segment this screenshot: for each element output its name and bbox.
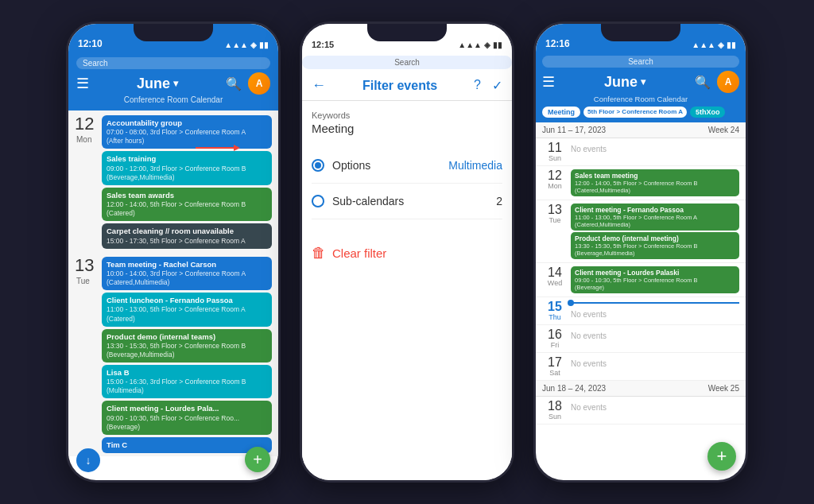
event-sales-awards[interactable]: Sales team awards 12:00 - 14:00, 5th Flo… xyxy=(102,188,272,221)
week-num-1: Week 24 xyxy=(708,126,739,134)
wday-left-12: 12 Mon xyxy=(542,169,568,196)
phone1-content: Search ☰ June ▾ 🔍 A Conference Room Cale… xyxy=(68,52,278,480)
cal-list-1[interactable]: 12 Mon Accountability group 07:00 - 08:0… xyxy=(68,110,278,480)
battery-icon-3: ▮▮ xyxy=(727,41,736,49)
red-arrow xyxy=(196,147,238,149)
filter-row-subcalendars: Sub-calendars 2 xyxy=(312,184,502,219)
week-event-sales-meeting[interactable]: Sales team meeting 12:00 - 14:00, 5th Fl… xyxy=(571,169,739,196)
signal-icon-3: ▲▲▲ xyxy=(692,41,715,49)
scroll-fab-1[interactable]: ↓ xyxy=(76,448,100,472)
back-button[interactable]: ← xyxy=(312,77,326,94)
week-day-15: 15 Thu No events xyxy=(536,297,746,325)
notch2 xyxy=(367,24,447,41)
wifi-icon: ◈ xyxy=(250,41,257,49)
wday-left-14: 14 Wed xyxy=(542,266,568,293)
event-team-meeting[interactable]: Team meeting - Rachel Carson 10:00 - 14:… xyxy=(102,257,272,290)
trash-icon[interactable]: 🗑 xyxy=(312,245,326,262)
chevron-down-icon-3[interactable]: ▾ xyxy=(641,76,645,87)
week-event-fernando[interactable]: Client meeting - Fernando Passoa 11:00 -… xyxy=(571,204,739,231)
chip-meeting[interactable]: Meeting xyxy=(542,107,580,118)
chip-floor[interactable]: 5th Floor > Conference Room A xyxy=(583,107,687,118)
menu-icon-1[interactable]: ☰ xyxy=(76,75,89,92)
radio-options[interactable] xyxy=(312,159,324,172)
subcalendars-count: 2 xyxy=(496,195,502,207)
wday-left-16: 16 Fri xyxy=(542,328,568,349)
header-bar-1: Search ☰ June ▾ 🔍 A Conference Room Cale… xyxy=(68,52,278,110)
wifi-icon-3: ◈ xyxy=(718,41,724,49)
wday-left-17: 17 Sat xyxy=(542,356,568,377)
wday-events-13: Client meeting - Fernando Passoa 11:00 -… xyxy=(571,204,739,259)
wday-events-11: No events xyxy=(571,142,739,162)
week-day-14: 14 Wed Client meeting - Lourdes Palaski … xyxy=(536,263,746,297)
clear-filter-label[interactable]: Clear filter xyxy=(332,246,386,260)
week-day-16: 16 Fri No events xyxy=(536,325,746,353)
day-num-13: 13 Tue xyxy=(75,257,97,285)
event-client-luncheon[interactable]: Client luncheon - Fernando Passoa 11:00 … xyxy=(102,293,272,326)
event-carpet[interactable]: Carpet cleaning // room unavailable 15:0… xyxy=(102,223,272,248)
avatar-3[interactable]: A xyxy=(717,71,739,93)
filter-action-icons: ? ✓ xyxy=(474,78,502,93)
wday-left-11: 11 Sun xyxy=(542,142,568,162)
wifi-icon-2: ◈ xyxy=(484,41,490,49)
phone3-content: Search ☰ June ▾ 🔍 A Conference Room Cale… xyxy=(536,52,746,480)
time-3: 12:16 xyxy=(545,38,570,49)
wday-events-12: Sales team meeting 12:00 - 14:00, 5th Fl… xyxy=(571,169,739,196)
week-day-18: 18 Sun No events xyxy=(536,397,746,425)
event-sales-training[interactable]: Sales training 09:00 - 12:00, 3rd Floor … xyxy=(102,151,272,184)
wday-events-15: No events xyxy=(571,300,739,321)
week-header-top: ☰ June ▾ 🔍 A xyxy=(542,71,739,93)
week-event-product-demo[interactable]: Product demo (internal meeting) 13:30 - … xyxy=(571,232,739,259)
signal-icon: ▲▲▲ xyxy=(224,41,248,49)
add-event-fab-1[interactable]: + xyxy=(245,447,270,472)
header-subtitle-1: Conference Room Calendar xyxy=(76,95,270,104)
event-client-lourdes-1[interactable]: Client meeting - Lourdes Pala... 09:00 -… xyxy=(102,401,272,434)
clear-filter-row[interactable]: 🗑 Clear filter xyxy=(312,235,502,271)
chevron-down-icon-1[interactable]: ▾ xyxy=(173,78,178,89)
options-label: Options xyxy=(332,159,370,172)
confirm-icon[interactable]: ✓ xyxy=(492,78,502,93)
status-icons-3: ▲▲▲ ◈ ▮▮ xyxy=(692,41,736,49)
week-day-12: 12 Mon Sales team meeting 12:00 - 14:00,… xyxy=(536,166,746,200)
time-1: 12:10 xyxy=(78,38,103,49)
status-icons-2: ▲▲▲ ◈ ▮▮ xyxy=(458,41,502,49)
week-range-2: Jun 18 – 24, 2023 Week 25 xyxy=(536,381,746,397)
chip-extra[interactable]: 5thXoo xyxy=(690,107,726,118)
search-bar-2[interactable]: Search xyxy=(302,56,512,69)
event-product-demo-1[interactable]: Product demo (internal teams) 13:30 - 15… xyxy=(102,329,272,362)
battery-icon: ▮▮ xyxy=(259,41,269,49)
search-bar-1[interactable]: Search xyxy=(76,57,270,69)
phone2-content: Search ← Filter events ? ✓ Keywords Meet… xyxy=(302,52,512,480)
week-range-1: Jun 11 – 17, 2023 Week 24 xyxy=(536,122,746,138)
day-num-12: 12 Mon xyxy=(75,115,97,144)
filter-row-options-left: Options xyxy=(312,159,370,172)
subcalendars-label: Sub-calendars xyxy=(332,195,404,207)
keywords-label: Keywords xyxy=(312,110,502,120)
search-bar-3[interactable]: Search xyxy=(542,56,739,68)
search-icon-3[interactable]: 🔍 xyxy=(695,75,711,90)
events-col-13: Team meeting - Rachel Carson 10:00 - 14:… xyxy=(102,257,272,454)
week-body-3[interactable]: Jun 11 – 17, 2023 Week 24 11 Sun No even… xyxy=(536,122,746,480)
notch3 xyxy=(601,24,680,41)
avatar-1[interactable]: A xyxy=(248,72,270,95)
filter-row-options: Options Multimedia xyxy=(312,148,502,184)
search-icon-1[interactable]: 🔍 xyxy=(226,76,242,91)
radio-subcalendars[interactable] xyxy=(312,195,324,207)
events-col-12: Accountability group 07:00 - 08:00, 3rd … xyxy=(102,115,272,249)
wday-events-17: No events xyxy=(571,356,739,377)
keywords-value: Meeting xyxy=(312,122,502,135)
phone3: 12:16 ▲▲▲ ◈ ▮▮ Search ☰ June ▾ 🔍 A xyxy=(533,21,748,483)
header-icons-1: 🔍 A xyxy=(226,72,270,95)
week-event-lourdes[interactable]: Client meeting - Lourdes Palaski 09:00 -… xyxy=(571,266,739,293)
filter-header: ← Filter events ? ✓ xyxy=(302,71,512,101)
help-icon[interactable]: ? xyxy=(474,78,481,93)
event-lisa[interactable]: Lisa B 15:00 - 16:30, 3rd Floor > Confer… xyxy=(102,365,272,398)
week-num-2: Week 25 xyxy=(708,384,739,393)
event-accountability[interactable]: Accountability group 07:00 - 08:00, 3rd … xyxy=(102,115,272,149)
header-top-1: ☰ June ▾ 🔍 A xyxy=(76,72,270,95)
day-header-13: 13 Tue Team meeting - Rachel Carson 10:0… xyxy=(68,252,278,457)
menu-icon-3[interactable]: ☰ xyxy=(542,73,555,91)
phone2: 12:15 ▲▲▲ ◈ ▮▮ Search ← Filter events ? … xyxy=(300,21,514,483)
add-event-fab-3[interactable]: + xyxy=(707,442,736,471)
event-tim[interactable]: Tim C xyxy=(102,437,272,453)
multimedia-label[interactable]: Multimedia xyxy=(448,159,502,172)
